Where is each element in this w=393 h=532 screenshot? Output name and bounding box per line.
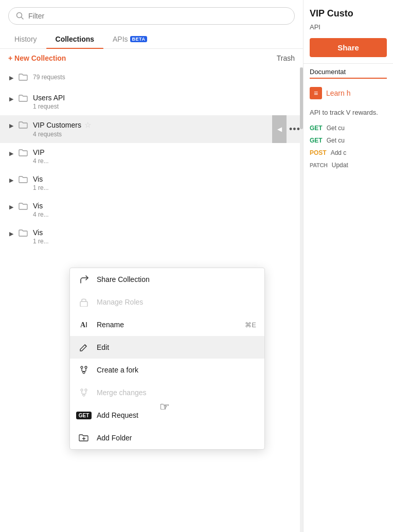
share-icon [78, 274, 90, 285]
collection-name: VIP Customers ☆ [33, 120, 270, 130]
get-label: GET [76, 412, 92, 419]
share-button[interactable]: Share [310, 38, 387, 57]
folder-icon [19, 94, 29, 104]
menu-item-add-folder[interactable]: Add Folder [70, 427, 264, 449]
collection-info: 79 requests [33, 73, 296, 81]
list-item[interactable]: ▶ Vis 4 re... [0, 197, 303, 223]
toolbar: + New Collection Trash [0, 49, 303, 67]
svg-text:A: A [80, 321, 86, 329]
expand-arrow-icon: ▶ [7, 149, 15, 157]
menu-label-share: Share Collection [97, 275, 256, 283]
tab-collections[interactable]: Collections [46, 30, 103, 48]
menu-item-edit[interactable]: Edit [70, 336, 264, 359]
menu-item-rename[interactable]: A Rename ⌘E [70, 313, 264, 336]
api-method-row: PATCH Updat [303, 159, 393, 171]
request-count: 4 re... [33, 157, 296, 165]
request-count: 4 re... [33, 211, 296, 218]
search-bar [0, 0, 303, 30]
method-description: Get cu [327, 125, 345, 132]
menu-item-share[interactable]: Share Collection [70, 268, 264, 291]
shortcut-rename: ⌘E [245, 321, 256, 329]
collection-name: Vis [33, 175, 296, 183]
menu-label-add-request: Add Request [97, 411, 256, 419]
learn-text: Learn h [326, 89, 350, 97]
list-item[interactable]: ▶ Users API 1 request [0, 88, 303, 115]
api-description: API to track V rewards. [303, 103, 393, 122]
expand-arrow-icon: ▶ [7, 121, 15, 130]
list-item[interactable]: ▶ Vis 1 re... [0, 223, 303, 250]
item-actions: ◀ ••• [272, 115, 303, 143]
menu-label-roles: Manage Roles [97, 298, 256, 306]
method-get-badge: GET [310, 137, 323, 144]
scrollbar-thumb[interactable] [300, 67, 303, 129]
menu-label-merge: Merge changes [97, 388, 256, 397]
folder-icon [19, 73, 29, 83]
learn-icon: ≡ [310, 87, 322, 99]
api-label: API [303, 21, 393, 35]
request-count: 79 requests [33, 74, 296, 81]
svg-point-9 [85, 389, 87, 391]
method-patch-badge: PATCH [310, 162, 328, 168]
expand-arrow-icon: ▶ [7, 229, 15, 238]
collection-name: VIP [33, 148, 296, 156]
collection-name: Users API [33, 94, 296, 102]
folder-icon [19, 229, 29, 239]
api-method-row: GET Get cu [303, 134, 393, 147]
context-menu: Share Collection Manage Roles A Rename ⌘… [69, 268, 265, 450]
right-panel: VIP Custo API Share Documentat ≡ Learn h… [303, 0, 393, 532]
tab-bar: History Collections APIs BETA [0, 30, 303, 49]
folder-icon [19, 175, 29, 186]
expand-arrow-icon: ▶ [7, 176, 15, 184]
search-input[interactable] [28, 12, 287, 20]
collection-info: VIP 4 re... [33, 148, 296, 165]
api-method-row: GET Get cu [303, 122, 393, 134]
tab-history[interactable]: History [5, 30, 46, 48]
method-description: Get cu [327, 137, 345, 144]
collection-info: Vis 4 re... [33, 202, 296, 218]
request-count: 4 requests [33, 131, 270, 138]
svg-line-1 [22, 17, 24, 20]
menu-label-fork: Create a fork [97, 366, 256, 374]
menu-item-fork[interactable]: Create a fork [70, 359, 264, 381]
documentation-label: Documentat [303, 63, 393, 78]
request-count: 1 re... [33, 184, 296, 191]
folder-icon [19, 149, 29, 159]
list-item[interactable]: ▶ Vis 1 re... [0, 170, 303, 197]
method-description: Updat [332, 162, 348, 169]
list-item[interactable]: ▶ 79 requests [0, 67, 303, 88]
edit-icon [78, 342, 90, 353]
folder-icon [19, 202, 29, 212]
get-badge-icon: GET [78, 410, 90, 421]
request-count: 1 re... [33, 238, 296, 245]
search-input-wrapper [8, 7, 295, 25]
trash-button[interactable]: Trash [277, 54, 295, 62]
svg-rect-2 [80, 302, 87, 307]
search-icon [16, 12, 24, 20]
method-get-badge: GET [310, 125, 323, 132]
new-collection-button[interactable]: + New Collection [8, 54, 66, 62]
beta-badge: BETA [130, 36, 148, 42]
list-item-vip-customers[interactable]: ▶ VIP Customers ☆ 4 requests ◀ ••• [0, 115, 303, 143]
menu-label-add-folder: Add Folder [97, 434, 256, 442]
collection-name: Vis [33, 202, 296, 210]
svg-point-6 [85, 366, 87, 368]
menu-label-rename: Rename [97, 321, 238, 329]
star-icon[interactable]: ☆ [84, 120, 91, 130]
collection-info: Users API 1 request [33, 94, 296, 110]
method-post-badge: POST [310, 149, 327, 156]
method-description: Add c [331, 149, 347, 156]
tab-apis[interactable]: APIs BETA [103, 30, 156, 48]
collapse-button[interactable]: ◀ [272, 115, 287, 143]
folder-icon [19, 121, 29, 131]
svg-point-5 [81, 366, 83, 368]
left-panel: History Collections APIs BETA + New Coll… [0, 0, 303, 532]
menu-item-add-request[interactable]: GET Add Request [70, 404, 264, 427]
api-method-row: POST Add c [303, 147, 393, 159]
scrollbar-track [300, 67, 303, 532]
collection-info: Vis 1 re... [33, 228, 296, 245]
expand-arrow-icon: ▶ [7, 203, 15, 211]
svg-point-8 [81, 389, 83, 391]
list-item[interactable]: ▶ VIP 4 re... [0, 143, 303, 170]
panel-title: VIP Custo [303, 0, 393, 21]
learn-row[interactable]: ≡ Learn h [303, 83, 393, 103]
